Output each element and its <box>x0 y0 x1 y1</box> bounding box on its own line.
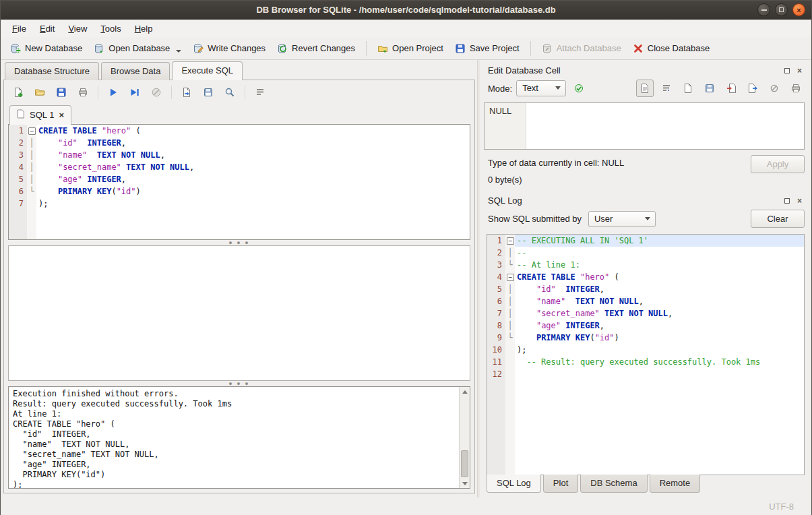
code-line: 5│ "id" INTEGER, <box>487 283 804 295</box>
results-log-splitter[interactable]: ● ● ● <box>4 381 474 386</box>
new-database-button[interactable]: New Database <box>5 40 88 57</box>
stop-icon <box>151 87 162 98</box>
export-cell-button[interactable] <box>744 80 761 97</box>
editor-results-splitter[interactable]: ● ● ● <box>4 240 474 245</box>
toolbar-separator <box>366 41 367 56</box>
dock-tab-sql-log[interactable]: SQL Log <box>487 475 541 493</box>
app-window: DB Browser for SQLite - /home/user/code/… <box>0 0 812 515</box>
menu-edit[interactable]: Edit <box>34 21 61 36</box>
revert-changes-icon <box>277 43 288 54</box>
float-panel-icon[interactable] <box>782 65 792 75</box>
new-tab-button[interactable] <box>9 84 27 101</box>
print-sql-button[interactable] <box>74 84 92 101</box>
code-line: 12 <box>487 368 804 380</box>
dock-tab-sql-log-label: SQL Log <box>497 478 531 488</box>
tab-database-structure[interactable]: Database Structure <box>5 62 99 80</box>
open-sql-file-button[interactable] <box>31 84 49 101</box>
code-line: 2│-- <box>487 247 804 259</box>
cell-value-editor[interactable]: NULL <box>484 102 805 150</box>
tab-execute-sql[interactable]: Execute SQL <box>172 61 243 80</box>
execution-log-scrollbar[interactable] <box>459 387 470 488</box>
find-replace-button[interactable] <box>221 84 239 101</box>
execute-current-line-button[interactable] <box>126 84 144 101</box>
revert-changes-button[interactable]: Revert Changes <box>272 40 361 57</box>
code-line: 9└ PRIMARY KEY("id") <box>487 332 804 344</box>
code-line: 5│ "age" INTEGER, <box>9 173 470 185</box>
close-database-icon <box>633 43 644 54</box>
close-database-button[interactable]: Close Database <box>627 40 716 57</box>
cell-size-text: 0 byte(s) <box>488 175 805 185</box>
results-grid[interactable] <box>8 245 470 381</box>
close-sql-tab-icon[interactable]: × <box>59 110 64 120</box>
save-project-icon <box>455 43 466 54</box>
fold-marker-icon <box>505 368 515 380</box>
scroll-down-icon[interactable] <box>460 479 470 488</box>
code-line: 2│ "id" INTEGER, <box>9 137 470 149</box>
save-file-icon <box>704 83 715 94</box>
cell-value-text: NULL <box>489 106 511 116</box>
close-button[interactable]: × <box>792 3 805 16</box>
clear-button[interactable]: Clear <box>751 210 805 228</box>
write-changes-button[interactable]: Write Changes <box>187 40 271 57</box>
main-toolbar: New Database Open Database Write Changes… <box>1 37 811 60</box>
dock-tab-plot[interactable]: Plot <box>543 475 578 493</box>
dock-tab-db-schema[interactable]: DB Schema <box>580 475 647 493</box>
code-line: 10); <box>487 344 804 356</box>
export-results-button[interactable] <box>178 84 195 101</box>
sql-file-tab[interactable]: SQL 1 × <box>9 105 71 125</box>
submitted-by-combo[interactable]: User <box>588 211 656 227</box>
open-project-button[interactable]: Open Project <box>372 40 449 57</box>
close-panel-icon[interactable]: × <box>794 65 805 75</box>
scroll-up-icon[interactable] <box>460 387 470 396</box>
import-cell-button[interactable] <box>722 80 740 97</box>
fold-marker-icon[interactable]: − <box>27 125 36 137</box>
open-database-button[interactable]: Open Database <box>88 40 187 57</box>
print-cell-button[interactable] <box>787 80 805 97</box>
tab-execute-sql-label: Execute SQL <box>181 65 233 75</box>
set-null-button[interactable] <box>766 80 783 97</box>
close-panel-icon[interactable]: × <box>794 195 805 206</box>
maximize-button[interactable] <box>775 3 788 16</box>
maximize-icon <box>779 7 784 12</box>
titlebar[interactable]: DB Browser for SQLite - /home/user/code/… <box>1 1 811 20</box>
minimize-button[interactable] <box>757 3 770 16</box>
fold-marker-icon: └ <box>505 259 515 271</box>
save-sql-file-button[interactable] <box>53 84 70 101</box>
open-database-dropdown-icon[interactable] <box>176 50 181 53</box>
save-results-icon <box>203 87 214 98</box>
close-database-label: Close Database <box>648 43 710 53</box>
word-wrap-cell-button[interactable] <box>658 80 675 97</box>
menu-view[interactable]: View <box>62 21 93 36</box>
text-view-button[interactable] <box>636 80 654 97</box>
fold-marker-icon[interactable]: − <box>505 271 515 283</box>
menu-file[interactable]: File <box>6 21 32 36</box>
word-wrap-button[interactable] <box>251 84 269 101</box>
sql-log-header: SQL Log × <box>484 191 806 208</box>
dock-tab-plot-label: Plot <box>553 478 568 488</box>
sql-editor[interactable]: 1−CREATE TABLE "hero" (2│ "id" INTEGER,3… <box>8 124 470 240</box>
sql-log-viewer[interactable]: 1−-- EXECUTING ALL IN 'SQL 1'2│--3└-- At… <box>487 234 805 475</box>
save-results-button[interactable] <box>199 84 217 101</box>
code-line: 6│ "name" TEXT NOT NULL, <box>487 295 804 307</box>
menu-tools[interactable]: Tools <box>94 21 127 36</box>
encoding-indicator: UTF-8 <box>769 502 794 512</box>
write-changes-label: Write Changes <box>208 43 266 53</box>
dock-tab-remote[interactable]: Remote <box>650 475 701 493</box>
word-wrap-icon <box>255 87 266 98</box>
dock-tab-db-schema-label: DB Schema <box>590 478 637 488</box>
execution-log[interactable]: Execution finished without errors. Resul… <box>8 386 470 489</box>
sql-toolbar <box>4 80 474 104</box>
scrollbar-thumb[interactable] <box>461 450 468 477</box>
tab-browse-data[interactable]: Browse Data <box>101 62 170 80</box>
fold-marker-icon[interactable]: − <box>505 235 515 247</box>
menu-help[interactable]: Help <box>129 21 159 36</box>
save-cell-file-button[interactable] <box>701 80 718 97</box>
mode-combo[interactable]: Text <box>516 80 566 96</box>
fold-marker-icon: │ <box>505 307 515 320</box>
execute-all-button[interactable] <box>104 84 122 101</box>
save-project-button[interactable]: Save Project <box>449 40 525 57</box>
open-cell-file-button[interactable] <box>679 80 697 97</box>
float-panel-icon[interactable] <box>782 195 792 206</box>
chevron-down-icon <box>555 86 561 90</box>
apply-format-button[interactable] <box>570 80 588 97</box>
